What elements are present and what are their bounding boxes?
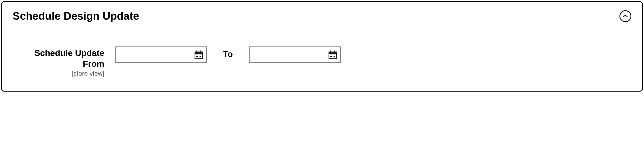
- svg-rect-11: [200, 56, 201, 57]
- to-calendar-button[interactable]: [327, 49, 338, 60]
- schedule-update-row: Schedule Update From [store view]: [13, 46, 631, 77]
- svg-rect-3: [200, 51, 201, 52]
- svg-rect-4: [196, 55, 197, 55]
- svg-rect-15: [334, 51, 335, 52]
- from-date-input-wrap: [115, 46, 207, 63]
- collapse-toggle-button[interactable]: [619, 10, 631, 22]
- svg-rect-2: [196, 51, 197, 52]
- schedule-from-input[interactable]: [115, 46, 207, 63]
- svg-rect-20: [330, 56, 331, 57]
- svg-rect-7: [200, 55, 201, 55]
- svg-rect-16: [330, 55, 331, 55]
- svg-rect-5: [197, 55, 198, 55]
- svg-rect-19: [334, 55, 335, 55]
- calendar-icon: [194, 50, 203, 59]
- schedule-to-input[interactable]: [249, 46, 341, 63]
- svg-rect-22: [333, 56, 333, 57]
- svg-rect-17: [331, 55, 332, 55]
- svg-rect-21: [331, 56, 332, 57]
- svg-rect-8: [196, 56, 197, 57]
- svg-rect-14: [330, 51, 331, 52]
- schedule-design-update-panel: Schedule Design Update Schedule Update F…: [1, 1, 643, 92]
- from-label-block: Schedule Update From [store view]: [13, 46, 104, 77]
- from-field-scope: [store view]: [13, 70, 104, 77]
- svg-rect-23: [334, 56, 335, 57]
- from-calendar-button[interactable]: [193, 49, 204, 60]
- to-field-label: To: [218, 46, 238, 59]
- calendar-icon: [328, 50, 337, 59]
- from-field-label: Schedule Update From: [13, 48, 104, 69]
- svg-rect-6: [199, 55, 199, 55]
- svg-rect-1: [195, 52, 202, 54]
- svg-rect-13: [329, 52, 336, 54]
- svg-rect-9: [197, 56, 198, 57]
- svg-rect-10: [199, 56, 199, 57]
- panel-header: Schedule Design Update: [13, 10, 631, 22]
- panel-title: Schedule Design Update: [13, 10, 139, 22]
- svg-rect-18: [333, 55, 333, 55]
- to-date-input-wrap: [249, 46, 341, 63]
- chevron-up-icon: [623, 15, 628, 18]
